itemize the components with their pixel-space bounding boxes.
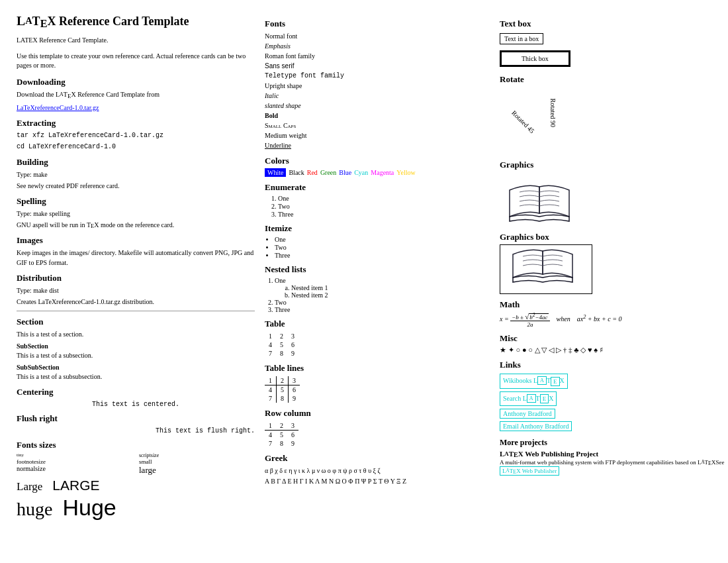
table-row: 1 2 3 [265,332,298,340]
project-title: LATEX Web Publishing Project [500,450,725,458]
colors-list: White Black Red Green Blue Cyan Magenta … [265,168,490,177]
color-magenta: Magenta [371,169,394,176]
itemize-list: One Two Three [275,236,490,259]
list-item: Two [275,244,490,251]
font-LARGE-display: LARGE [52,478,99,493]
table-cell: 6 [287,340,298,349]
color-yellow: Yellow [396,169,415,176]
table-cell: 8 [276,349,287,358]
fontsizes-grid: tiny scriptsize footnotesize small norma… [17,452,255,476]
itemize-heading: Itemize [265,223,490,234]
links-heading: Links [500,360,725,370]
graphics-box-heading: Graphics box [500,232,725,242]
fonts-heading: Fonts [265,19,490,29]
colors-heading: Colors [265,156,490,166]
search-link[interactable]: Search LATEX [500,391,557,407]
table-cell: 3 [287,421,298,431]
font-teletype: Teletype font family [265,71,490,81]
table-row: 4 5 6 [265,431,298,440]
table-cell: 3 [287,332,298,340]
color-white: White [265,168,286,177]
table-cell: 9 [287,439,298,448]
graphics-image [500,174,725,227]
font-slanted: slanted shape [265,101,490,111]
table-cell: 7 [265,349,276,358]
list-item: Nested item 2 [291,291,490,299]
subsubsection-heading: SubSubSection [17,364,255,371]
wikibooks-link[interactable]: Wikibooks LATEX [500,374,568,389]
graphics-box [500,244,592,294]
nested-inner-list: Nested item 1 Nested item 2 [291,284,490,299]
color-blue: Blue [339,169,351,176]
anthony-link[interactable]: Anthony Bradford [500,409,555,419]
flush-right-heading: Flush right [17,413,255,424]
centering-content: This text is centered. [17,401,255,408]
textbox-thick-content: Thick box [500,50,570,67]
table-cell: 8 [276,439,287,448]
color-cyan: Cyan [354,169,368,176]
table-cell: 1 [265,332,276,340]
rotated-45-text: Rotated 45 [510,109,536,135]
textbox-thick-container: Thick box [500,48,725,69]
table-cell: 5 [276,340,287,349]
divider-1 [17,311,255,311]
plain-table: 1 2 3 4 5 6 7 8 9 [265,332,298,358]
downloading-heading: Downloading [17,77,255,87]
fonts-list: Normal font Emphasis Roman font family S… [265,31,490,150]
table-cell: 1 [265,421,276,431]
table-row: 1 2 3 [265,421,298,431]
downloading-content: Download the LATEX Reference Card Templa… [17,89,255,112]
graphics-heading: Graphics [500,160,725,170]
fontsizes-huge: huge Huge [17,495,255,521]
font-roman: Roman font family [265,51,490,61]
table-cell: 3 [289,376,300,385]
textbox-heading: Text box [500,19,725,29]
book-graphic [500,174,579,227]
images-heading: Images [17,235,255,246]
font-upright: Upright shape [265,81,490,91]
lined-table: 1 2 3 4 5 6 7 8 9 [265,376,300,403]
building-heading: Building [17,157,255,168]
math-formula: x = −b ± √b2−4ac 2a when ax2 + bx + c = … [500,312,725,328]
rotate-section: Rotated 45 Rotated 90 [500,88,725,154]
font-Huge-display: Huge [62,495,116,521]
table-cell: 5 [277,385,289,395]
font-emphasis: Emphasis [265,41,490,51]
flush-right-content: This text is flush right. [17,427,255,435]
table-cell: 4 [265,385,277,395]
graphics-box-image [506,248,586,291]
font-footnotesize-label: footnotesize [17,458,132,465]
font-smallcaps: Small Caps [265,121,490,130]
page-title: LATEX Reference Card Template [17,13,255,30]
table-cell: 7 [265,394,277,403]
section-content: This is a test of a section. [17,329,255,339]
list-item: Three [275,252,490,259]
font-large-display: Large [17,480,42,493]
subsubsection-content: This is a test of a subsubsection. [17,372,255,382]
font-scriptsize-label: scriptsize [139,452,255,458]
email-link[interactable]: Email Anthony Bradford [500,421,572,431]
table-cell: 2 [277,376,289,385]
distribution-heading: Distribution [17,273,255,283]
color-red: Red [307,169,318,176]
table-cell: 1 [265,376,277,385]
color-black: Black [289,169,304,176]
more-projects: More projects LATEX Web Publishing Proje… [500,438,725,476]
page-layout: LATEX Reference Card Template LATEX Refe… [17,13,711,521]
project-desc: A multi-format web publishing system wit… [500,458,725,476]
nested-list: One Nested item 1 Nested item 2 Two Thre… [275,277,490,313]
greek-line2: Α Β Γ Δ Ε Η Γ Ι Κ Λ Μ Ν Ω Ο Φ Π Ψ Ρ Σ Τ … [265,476,490,487]
spelling-heading: Spelling [17,196,255,207]
enumerate-list: One Two Three [278,195,490,218]
subsection-content: This is a test of a subsection. [17,350,255,360]
download-link[interactable]: LaTeXreferenceCard-1.0.tar.gz [17,104,99,111]
table-row: 7 8 9 [265,439,298,448]
table-cell: 5 [276,431,287,440]
rotated-90-text: Rotated 90 [549,99,557,128]
intro-text: LATEX Reference Card Template. [17,36,255,45]
rotate-heading: Rotate [500,74,725,85]
table-cell: 6 [289,385,300,395]
web-publisher-link[interactable]: LATEX Web Publisher [500,466,559,476]
extracting-content: tar xfz LaTeXreferenceCard-1.0.tar.gz cd… [17,130,255,152]
color-green: Green [320,169,336,176]
